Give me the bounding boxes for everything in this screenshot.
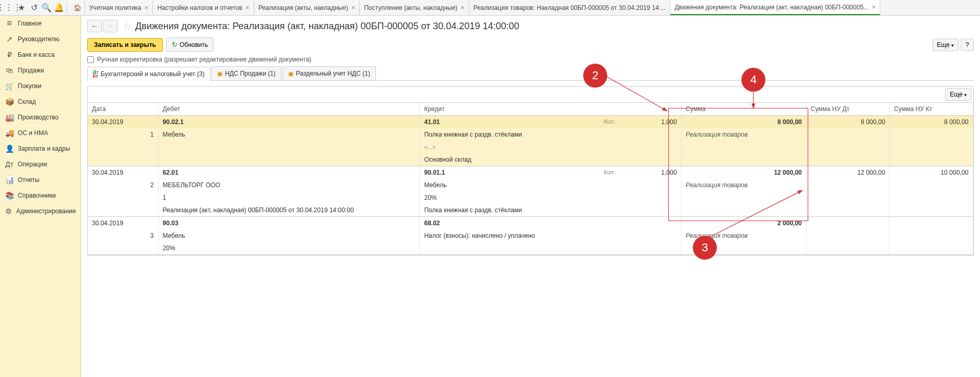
star-icon[interactable]: ★ bbox=[15, 2, 28, 14]
table-more-button[interactable]: Еще ▾ bbox=[945, 88, 972, 101]
tab-5[interactable]: Реализация товаров: Накладная 00БП-00000… bbox=[469, 1, 671, 15]
col-debit[interactable]: Дебет bbox=[158, 103, 420, 116]
annotation-circle-2: 2 bbox=[583, 64, 607, 88]
sidebar-item[interactable]: ⚙Администрирование bbox=[0, 203, 80, 219]
close-icon[interactable]: × bbox=[872, 3, 876, 11]
save-close-button[interactable]: Записать и закрыть bbox=[87, 38, 163, 52]
cell-debit-extra: 1 bbox=[158, 191, 420, 204]
history-icon[interactable]: ↺ bbox=[28, 2, 40, 14]
sidebar-item[interactable]: ↗Руководителю bbox=[0, 31, 80, 47]
help-button[interactable]: ? bbox=[961, 39, 974, 51]
close-icon[interactable]: × bbox=[145, 4, 149, 11]
cell-rownum: 2 bbox=[88, 179, 158, 191]
sidebar-label: Производство bbox=[18, 114, 58, 121]
tab-bar: 🏠 Учетная политика× Настройки налогов и … bbox=[70, 1, 977, 15]
tab-1[interactable]: Учетная политика× bbox=[85, 1, 153, 15]
table-row[interactable]: <...> bbox=[88, 141, 973, 153]
sidebar-icon: 📦 bbox=[5, 98, 14, 106]
table-row[interactable]: Реализация (акт, накладная) 00БП-000005 … bbox=[88, 204, 973, 217]
col-nukt[interactable]: Сумма НУ Кт bbox=[890, 103, 973, 116]
close-icon[interactable]: × bbox=[461, 4, 465, 11]
bell-icon[interactable]: 🔔 bbox=[53, 2, 65, 14]
table-row[interactable]: 3 Мебель Налог (взносы): начислено / упл… bbox=[88, 229, 973, 242]
col-sum[interactable]: Сумма bbox=[681, 103, 806, 116]
back-button[interactable]: ← bbox=[87, 20, 102, 32]
cell-debit-l1: МЕБЕЛЬТОРГ ООО bbox=[158, 179, 420, 191]
cell-nukt: 8 000,00 bbox=[890, 116, 973, 129]
cell-debit-l1: Мебель bbox=[158, 128, 420, 141]
cell-debit-extra bbox=[158, 153, 420, 166]
cell-date: 30.04.2019 bbox=[88, 217, 158, 230]
cell-sum: 2 000,00 bbox=[681, 217, 806, 230]
table-row[interactable]: 120% bbox=[88, 191, 973, 204]
sidebar-item[interactable]: 👤Зарплата и кадры bbox=[0, 141, 80, 156]
close-icon[interactable]: × bbox=[351, 4, 356, 11]
cell-debit: 90.02.1 bbox=[158, 116, 420, 129]
tab-3[interactable]: Реализация (акты, накладные)× bbox=[254, 1, 360, 15]
tab-2[interactable]: Настройки налогов и отчетов× bbox=[153, 1, 254, 15]
favorite-star-icon[interactable]: ☆ bbox=[123, 20, 131, 32]
sidebar-label: Главное bbox=[18, 20, 42, 27]
table-row[interactable]: 30.04.2019 90.02.1 41.01Кол.:1,000 8 000… bbox=[88, 116, 973, 129]
col-credit[interactable]: Кредит bbox=[420, 103, 681, 116]
action-bar: Записать и закрыть ↻Обновить Еще ▾ ? bbox=[87, 38, 974, 52]
sidebar-item[interactable]: ₽Банк и касса bbox=[0, 47, 80, 63]
table-row[interactable]: 1 Мебель Полка книжная с раздв. стёклами… bbox=[88, 128, 973, 141]
top-toolbar: ⋮⋮⋮ ★ ↺ 🔍 🔔 🏠 Учетная политика× Настройк… bbox=[0, 0, 980, 16]
cell-debit-l1: Мебель bbox=[158, 229, 420, 242]
sidebar-item[interactable]: 🏭Производство bbox=[0, 110, 80, 125]
sidebar-icon: ↗ bbox=[5, 35, 14, 43]
col-date[interactable]: Дата bbox=[88, 103, 158, 116]
table-row[interactable]: 2 МЕБЕЛЬТОРГ ООО Мебель Реализация товар… bbox=[88, 179, 973, 191]
sidebar-icon: 🚚 bbox=[5, 129, 14, 137]
sidebar-icon: ⚙ bbox=[5, 207, 12, 215]
sub-tab-label: Бухгалтерский и налоговый учет (3) bbox=[101, 70, 205, 78]
sub-tab-vat-sales[interactable]: ▣НДС Продажи (1) bbox=[211, 66, 281, 80]
cell-credit-extra: <...> bbox=[420, 141, 681, 153]
cell-rownum: 1 bbox=[88, 128, 158, 141]
table-row[interactable]: 30.04.2019 90.03 68.02 2 000,00 bbox=[88, 217, 973, 230]
close-icon[interactable]: × bbox=[245, 4, 250, 11]
sidebar-item[interactable]: 📚Справочники bbox=[0, 188, 80, 203]
sidebar-label: Отчеты bbox=[18, 176, 39, 184]
accounting-grid: Дата Дебет Кредит Сумма Сумма НУ Дт Сумм… bbox=[88, 103, 973, 255]
forward-button[interactable]: → bbox=[103, 20, 117, 32]
sub-tab-accounting[interactable]: ДтКтБухгалтерский и налоговый учет (3) bbox=[87, 67, 210, 81]
refresh-label: Обновить bbox=[180, 41, 208, 48]
manual-edit-checkbox[interactable] bbox=[87, 56, 94, 63]
sidebar-item[interactable]: 📊Отчеты bbox=[0, 172, 80, 188]
tab-home[interactable]: 🏠 bbox=[70, 1, 85, 15]
apps-icon[interactable]: ⋮⋮⋮ bbox=[3, 2, 15, 14]
sub-tab-vat-split[interactable]: ▣Раздельный учет НДС (1) bbox=[282, 66, 376, 80]
sidebar-item[interactable]: ≡Главное bbox=[0, 16, 80, 31]
sidebar-item[interactable]: ДтОперации bbox=[0, 156, 80, 172]
cell-rownum: 3 bbox=[88, 229, 158, 242]
cell-credit: 68.02 bbox=[420, 217, 681, 230]
search-icon[interactable]: 🔍 bbox=[40, 2, 53, 14]
cell-credit-extra: 20% bbox=[420, 191, 681, 204]
sidebar-icon: 👤 bbox=[5, 144, 14, 153]
tab-4[interactable]: Поступление (акты, накладные)× bbox=[360, 1, 469, 15]
annotation-circle-4: 4 bbox=[741, 68, 765, 92]
refresh-button[interactable]: ↻Обновить bbox=[166, 38, 214, 52]
cell-credit-l1: Мебель bbox=[420, 179, 681, 191]
divider bbox=[66, 3, 67, 13]
tab-6[interactable]: Движения документа: Реализация (акт, нак… bbox=[670, 1, 880, 15]
sidebar-icon: ₽ bbox=[5, 51, 14, 59]
cell-nudt: 12 000,00 bbox=[806, 166, 890, 179]
cell-debit: 90.03 bbox=[158, 217, 420, 230]
cell-debit: 62.01 bbox=[158, 166, 420, 179]
more-button[interactable]: Еще ▾ bbox=[932, 39, 959, 51]
sidebar-item[interactable]: 🛒Покупки bbox=[0, 78, 80, 94]
sidebar-item[interactable]: 🚚ОС и НМА bbox=[0, 125, 80, 141]
table-row[interactable]: 30.04.2019 62.01 90.01.1Кол.:1,000 12 00… bbox=[88, 166, 973, 179]
sidebar-icon: 🛍 bbox=[5, 66, 14, 75]
table-row[interactable]: 20% bbox=[88, 242, 973, 255]
sidebar-item[interactable]: 📦Склад bbox=[0, 94, 80, 110]
cell-credit: 90.01.1Кол.:1,000 bbox=[420, 166, 681, 179]
sidebar-label: Зарплата и кадры bbox=[18, 145, 70, 152]
sidebar-item[interactable]: 🛍Продажи bbox=[0, 63, 80, 78]
table-row[interactable]: Основной склад bbox=[88, 153, 973, 166]
col-nudt[interactable]: Сумма НУ Дт bbox=[806, 103, 890, 116]
sidebar-label: Операции bbox=[18, 161, 47, 168]
